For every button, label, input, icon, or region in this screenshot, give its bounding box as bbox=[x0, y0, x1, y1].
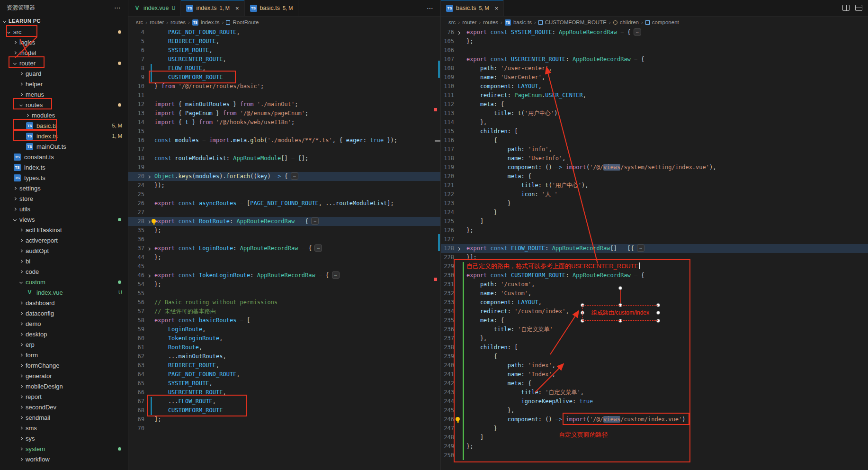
tree-item-menus[interactable]: menus bbox=[0, 89, 128, 99]
tree-item-router[interactable]: router bbox=[0, 58, 128, 68]
tree-item-generator[interactable]: generator bbox=[0, 371, 128, 381]
code-line-5[interactable]: 5 REDIRECT_ROUTE, bbox=[128, 37, 440, 46]
fold-chevron-icon[interactable] bbox=[147, 175, 151, 179]
explorer-section-header[interactable]: LEARUN PC bbox=[0, 15, 128, 27]
code-line-66[interactable]: 66 USERCENTER_ROUTE, bbox=[128, 388, 440, 397]
code-line-18[interactable]: 18const routeModuleList: AppRouteModule[… bbox=[128, 154, 440, 163]
code-line-44[interactable]: 44}; bbox=[128, 253, 440, 262]
code-line-111[interactable]: 111 redirect: PageEnum.USER_CENTER, bbox=[441, 91, 868, 100]
code-line-69[interactable]: 69]; bbox=[128, 415, 440, 424]
tree-item-system[interactable]: system bbox=[0, 443, 128, 454]
code-line-119[interactable]: 119 component: () => import('/@/views/sy… bbox=[441, 163, 868, 172]
tree-item-index.ts[interactable]: TSindex.ts bbox=[0, 162, 128, 172]
code-line-229[interactable]: 229 bbox=[441, 262, 868, 271]
explorer-more-icon[interactable]: ⋯ bbox=[114, 4, 121, 11]
tree-item-demo[interactable]: demo bbox=[0, 318, 128, 329]
code-line-250[interactable]: 250 bbox=[441, 451, 868, 460]
breadcrumb-item[interactable]: router bbox=[150, 19, 164, 25]
tree-item-form[interactable]: form bbox=[0, 350, 128, 360]
breadcrumb-item[interactable]: router bbox=[462, 19, 476, 25]
tree-item-code[interactable]: code bbox=[0, 266, 128, 277]
tree-item-sys[interactable]: sys bbox=[0, 433, 128, 443]
tree-item-store[interactable]: store bbox=[0, 193, 128, 204]
tree-item-bi[interactable]: bi bbox=[0, 256, 128, 266]
code-line-15[interactable]: 15 bbox=[128, 127, 440, 136]
code-line-230[interactable]: 230export const CUSTOMFORM_ROUTE: AppRou… bbox=[441, 271, 868, 280]
tree-item-auditOpt[interactable]: auditOpt bbox=[0, 245, 128, 256]
tree-item-src[interactable]: src bbox=[0, 27, 128, 37]
breadcrumb-item[interactable]: component bbox=[652, 19, 679, 25]
code-line-249[interactable]: 249}; bbox=[441, 442, 868, 451]
code-line-110[interactable]: 110 component: LAYOUT, bbox=[441, 82, 868, 91]
fold-chevron-icon[interactable] bbox=[457, 247, 460, 251]
tree-item-helper[interactable]: helper bbox=[0, 79, 128, 89]
tree-item-constant.ts[interactable]: TSconstant.ts bbox=[0, 152, 128, 162]
lightbulb-icon[interactable] bbox=[152, 219, 156, 223]
code-line-9[interactable]: 9 CUSTOMFORM_ROUTE bbox=[128, 73, 440, 82]
code-line-243[interactable]: 243 title: '自定义菜单', bbox=[441, 388, 868, 397]
tree-item-index.vue[interactable]: Vindex.vueU bbox=[0, 287, 128, 298]
code-line-113[interactable]: 113 title: t('用户中心') bbox=[441, 109, 868, 118]
breadcrumb-item[interactable]: src bbox=[448, 19, 456, 25]
tree-item-secondDev[interactable]: secondDev bbox=[0, 402, 128, 412]
code-line-128[interactable]: 128export const FLOW_ROUTE: AppRouteReco… bbox=[441, 244, 868, 253]
split-editor-icon[interactable] bbox=[842, 5, 850, 11]
code-line-26[interactable]: 26export const asyncRoutes = [PAGE_NOT_F… bbox=[128, 199, 440, 208]
code-line-112[interactable]: 112 meta: { bbox=[441, 100, 868, 109]
tree-item-workflow[interactable]: workflow bbox=[0, 454, 128, 464]
tree-item-index.ts[interactable]: TSindex.ts1, M bbox=[0, 131, 128, 141]
code-line-233[interactable]: 233 component: LAYOUT, bbox=[441, 298, 868, 307]
code-line-62[interactable]: 62 ...mainOutRoutes, bbox=[128, 352, 440, 361]
tab-basic.ts[interactable]: TSbasic.ts5, M× bbox=[441, 0, 504, 16]
code-line-117[interactable]: 117 path: 'info', bbox=[441, 145, 868, 154]
tree-item-report[interactable]: report bbox=[0, 391, 128, 402]
code-line-114[interactable]: 114 }, bbox=[441, 118, 868, 127]
code-line-125[interactable]: 125 ] bbox=[441, 217, 868, 226]
code-line-105[interactable]: 105}; bbox=[441, 37, 868, 46]
lightbulb-icon[interactable] bbox=[456, 417, 460, 421]
code-line-228[interactable]: 228}]; bbox=[441, 253, 868, 262]
code-line-4[interactable]: 4 PAGE_NOT_FOUND_ROUTE, bbox=[128, 28, 440, 37]
code-line-108[interactable]: 108 path: '/user-center', bbox=[441, 64, 868, 73]
code-line-55[interactable]: 55 bbox=[128, 289, 440, 298]
tree-item-settings[interactable]: settings bbox=[0, 183, 128, 193]
code-line-231[interactable]: 231 path: '/custom', bbox=[441, 280, 868, 289]
code-line-106[interactable]: 106 bbox=[441, 46, 868, 55]
code-line-242[interactable]: 242 meta: { bbox=[441, 379, 868, 388]
code-line-25[interactable]: 25 bbox=[128, 190, 440, 199]
tree-item-desktop[interactable]: desktop bbox=[0, 329, 128, 339]
code-line-46[interactable]: 46export const TokenLoginRoute: AppRoute… bbox=[128, 271, 440, 280]
code-line-126[interactable]: 126}; bbox=[441, 226, 868, 235]
tree-item-types.ts[interactable]: TStypes.ts bbox=[0, 172, 128, 183]
code-line-13[interactable]: 13import { PageEnum } from '/@/enums/pag… bbox=[128, 109, 440, 118]
code-line-68[interactable]: 68 CUSTOMFORM_ROUTE bbox=[128, 406, 440, 415]
code-line-244[interactable]: 244 ignoreKeepAlive: true bbox=[441, 397, 868, 406]
breadcrumb-item[interactable]: index.ts bbox=[201, 19, 220, 25]
fold-chevron-icon[interactable] bbox=[457, 31, 460, 35]
code-line-59[interactable]: 59 LoginRoute, bbox=[128, 325, 440, 334]
tree-item-routes[interactable]: routes bbox=[0, 99, 128, 110]
tree-item-model[interactable]: model bbox=[0, 47, 128, 58]
code-line-109[interactable]: 109 name: 'UserCenter', bbox=[441, 73, 868, 82]
code-line-57[interactable]: 57// 未经许可的基本路由 bbox=[128, 307, 440, 316]
code-line-37[interactable]: 37export const LoginRoute: AppRouteRecor… bbox=[128, 244, 440, 253]
code-line-64[interactable]: 64 PAGE_NOT_FOUND_ROUTE, bbox=[128, 370, 440, 379]
code-line-17[interactable]: 17 bbox=[128, 145, 440, 154]
code-line-7[interactable]: 7 USERCENTER_ROUTE, bbox=[128, 55, 440, 64]
editor-layout-icon[interactable] bbox=[855, 5, 862, 11]
code-line-116[interactable]: 116 { bbox=[441, 136, 868, 145]
code-line-241[interactable]: 241 name: 'Index', bbox=[441, 370, 868, 379]
breadcrumb-item[interactable]: src bbox=[136, 19, 143, 25]
code-line-24[interactable]: 24}); bbox=[128, 181, 440, 190]
breadcrumb-item[interactable]: routes bbox=[170, 19, 186, 25]
code-line-12[interactable]: 12import { mainOutRoutes } from './mainO… bbox=[128, 100, 440, 109]
tree-item-mainOut.ts[interactable]: TSmainOut.ts bbox=[0, 141, 128, 152]
code-line-76[interactable]: 76export const SYSTEM_ROUTE: AppRouteRec… bbox=[441, 28, 868, 37]
code-line-27[interactable]: 27 bbox=[128, 208, 440, 217]
tab-index.vue[interactable]: Vindex.vueU bbox=[128, 0, 181, 16]
code-line-8[interactable]: 8 FLOW_ROUTE, bbox=[128, 64, 440, 73]
tree-item-views[interactable]: views bbox=[0, 214, 128, 225]
code-editor-right[interactable]: 76export const SYSTEM_ROUTE: AppRouteRec… bbox=[441, 28, 868, 470]
code-line-70[interactable]: 70 bbox=[128, 424, 440, 433]
tree-item-guard[interactable]: guard bbox=[0, 68, 128, 79]
